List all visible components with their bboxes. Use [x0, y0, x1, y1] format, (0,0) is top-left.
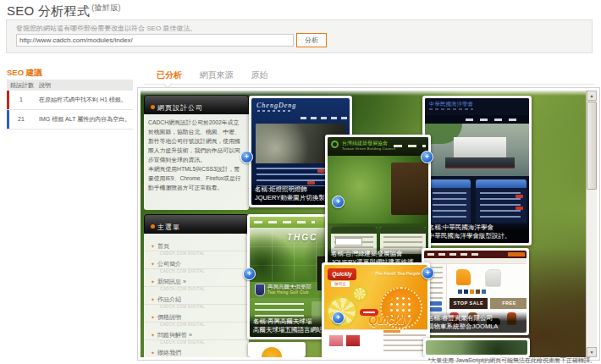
tab-raw[interactable]: 原始	[251, 69, 268, 81]
seo-analyzer-app: SEO 分析程式(搶鮮版) 發掘您的網站還有哪些部份需要改進以符合 SEO 最佳…	[0, 0, 601, 364]
site-menu-list: ✦首頁 CADCH.COM DIGITAL ✦公司簡介 CADCH.COM DI…	[144, 234, 249, 357]
site-thumbnail: 中華民國海洋學會	[425, 98, 529, 243]
page-preview-frame: 網頁設計公司 CADCH.COM DIGITAL CADCH網頁設計公司於200…	[138, 88, 599, 360]
about-paragraph: CADCH網頁設計公司於2002年成立於桃園縣，協助台北、桃園、中壢、新竹等地公…	[148, 118, 245, 164]
panel-menu	[428, 179, 471, 223]
menu-bullet-icon: ✦	[151, 297, 155, 302]
site-menu-panel-header: 主選單 CADCH.COM DIGITAL	[144, 214, 249, 234]
zoom-plus-icon[interactable]: +	[422, 267, 434, 279]
site-about-panel-header: 網頁設計公司 CADCH.COM DIGITAL	[144, 95, 249, 114]
logo-sub-dashes	[429, 108, 473, 110]
preview-scrollbar[interactable]: ▲ ▼	[586, 91, 597, 357]
error-count: 1	[7, 91, 36, 109]
orange-logo-circle	[262, 347, 282, 360]
zoom-plus-icon[interactable]: +	[332, 312, 345, 324]
scrollbar-thumb[interactable]	[587, 102, 597, 190]
nav-accent-block	[508, 252, 525, 256]
page-title-text: SEO 分析程式	[7, 3, 90, 18]
content-panels	[428, 179, 527, 223]
card-caption: 名稱:睿豐實業有限公司 購物車系統整合JOOMLA	[424, 312, 527, 333]
portfolio-card-partial[interactable]	[423, 338, 530, 357]
mini-product-row	[458, 290, 502, 294]
suggestions-table: 錯誤計數 說明 1 在原始程式碼中找不到 H1 標籤。 21 IMG 標籤 AL…	[7, 80, 133, 130]
suggestion-row: 1 在原始程式碼中找不到 H1 標籤。	[7, 91, 133, 110]
menu-bullet-icon: ✦	[151, 315, 155, 320]
tab-analyzed[interactable]: 已分析	[157, 69, 182, 81]
panel-bullet-icon	[151, 105, 155, 109]
scroll-up-icon[interactable]: ▲	[587, 91, 597, 101]
page-title: SEO 分析程式(搶鮮版)	[7, 3, 121, 19]
menu-bullet-icon: ✦	[151, 244, 155, 249]
menu-bullet-icon: ✦	[151, 279, 155, 284]
zoom-plus-icon[interactable]: +	[240, 151, 253, 163]
quickly-big-word: Quickly	[368, 313, 411, 327]
suggestion-row: 21 IMG 標籤 ALT 屬性的內容為空白。	[7, 110, 133, 130]
portfolio-card-partial[interactable]	[248, 342, 306, 357]
nav-dashes	[254, 221, 315, 223]
banner-stop-sale: STOP SALE	[449, 298, 488, 309]
site-nav-bar	[424, 251, 527, 258]
news-photo	[329, 335, 343, 346]
club-shield-icon	[255, 284, 265, 296]
news-photo	[346, 335, 360, 346]
zoom-plus-icon[interactable]: +	[332, 196, 345, 208]
result-tabs: 已分析 網頁來源 原始	[157, 69, 284, 81]
news-strip	[324, 329, 427, 360]
tab-divider	[144, 84, 594, 85]
about-paragraph: 本網頁使用HTML5與CSS3設計，需要使用IE9、Chrome、Firefox…	[148, 164, 245, 192]
logo-sub-dashes	[257, 110, 291, 112]
new-tag-chip	[516, 195, 523, 198]
tab-page-source[interactable]: 網頁來源	[200, 69, 234, 81]
golf-brand-logo: THGC	[287, 233, 317, 242]
wood-structure	[391, 163, 428, 215]
sub-nav-bar	[424, 258, 527, 264]
scooter-product-orange	[456, 269, 471, 285]
site-thumbnail	[426, 340, 527, 355]
ocean-brand: 中華民國海洋學會	[429, 101, 473, 108]
nav-dashes	[427, 253, 482, 256]
error-description: IMG 標籤 ALT 屬性的內容為空白。	[39, 110, 130, 129]
strip-header-dash	[383, 330, 400, 333]
panel-bullet-icon	[151, 224, 155, 229]
site-about-text: CADCH網頁設計公司於2002年成立於桃園縣，協助台北、桃園、中壢、新竹等地公…	[144, 114, 249, 210]
nav-dashes	[300, 117, 350, 119]
site-thumbnail: STOP SALE FREE SHIPPING 名稱:睿豐實業有限公司 購物車系…	[424, 251, 527, 333]
menu-panel-title: 主選單	[157, 223, 180, 231]
lemon-slice-icon	[351, 285, 368, 302]
card-caption: 名稱:中華民國海洋學會 中華民國海洋學會版型設計。	[425, 221, 529, 243]
menu-bullet-icon: ✦	[151, 350, 155, 356]
url-input[interactable]	[16, 34, 294, 47]
tagline: - The Fresh Tea People -	[372, 271, 423, 276]
suggestions-title: SEO 建議	[7, 68, 42, 79]
news-text-lines	[383, 334, 426, 353]
ship-photo	[425, 124, 529, 176]
quickly-logo-zh: 快可立	[331, 281, 350, 287]
new-tag-chip	[516, 207, 523, 210]
error-description: 在原始程式碼中找不到 H1 標籤。	[39, 91, 130, 109]
col-error-count: 錯誤計數	[7, 80, 37, 91]
col-description: 說明	[39, 80, 51, 91]
banner-free-shipping: FREE SHIPPING	[490, 298, 527, 309]
about-panel-title: 網頁設計公司	[157, 104, 203, 112]
error-count: 21	[7, 110, 36, 129]
edition-label: (搶鮮版)	[91, 3, 121, 12]
menu-bullet-icon: ✦	[151, 262, 155, 267]
portfolio-card-shop[interactable]: STOP SALE FREE SHIPPING 名稱:睿豐實業有限公司 購物車系…	[422, 248, 529, 335]
panel-announcements	[476, 179, 527, 223]
ship-hull	[445, 157, 515, 168]
new-tag-chip	[317, 169, 325, 173]
foliage-photo	[328, 156, 428, 223]
menu-item-home[interactable]: ✦首頁 CADCH.COM DIGITAL	[144, 234, 249, 251]
council-logo-icon	[331, 141, 339, 148]
menu-bullet-icon: ✦	[151, 333, 155, 338]
scroll-down-icon[interactable]: ▼	[587, 347, 597, 357]
analyze-button[interactable]: 分析	[296, 33, 327, 47]
portfolio-card-ocean-society[interactable]: 中華民國海洋學會	[422, 96, 532, 245]
zoom-plus-icon[interactable]: +	[421, 151, 433, 163]
club-name-en: Tsai Hsing Golf Club	[267, 290, 309, 295]
ship-superstructure	[454, 137, 506, 157]
analyze-form: 發掘您的網站還有哪些部份需要改進以符合 SEO 最佳做法。 分析	[6, 19, 593, 53]
search-box	[335, 238, 362, 245]
zoom-plus-icon[interactable]: +	[243, 267, 256, 280]
scooter-product-white	[485, 269, 501, 287]
